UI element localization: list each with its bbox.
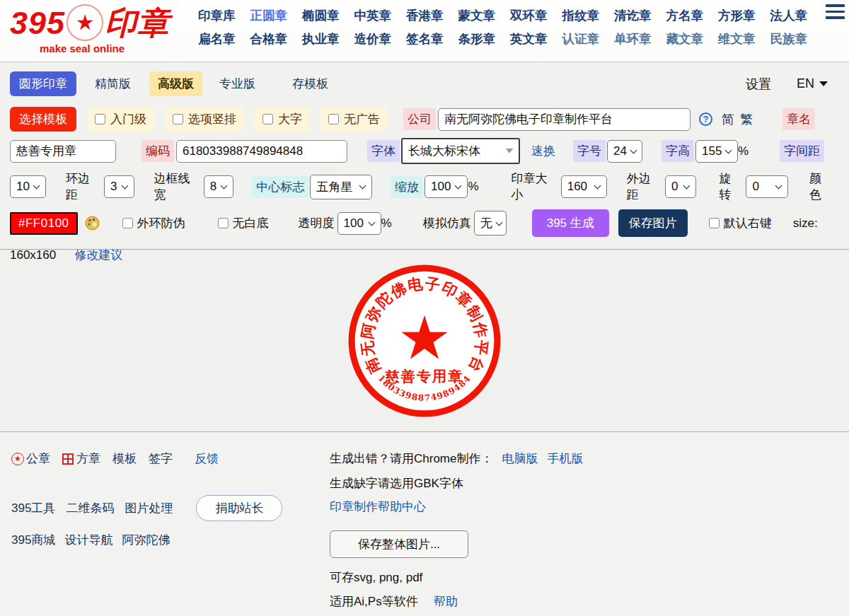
nav-item[interactable]: 方形章: [718, 7, 756, 24]
char-height-select[interactable]: 155: [695, 140, 738, 163]
donate-button[interactable]: 捐助站长: [196, 495, 282, 521]
nav-item[interactable]: 藏文章: [666, 30, 704, 47]
nav-item[interactable]: 指纹章: [562, 7, 600, 24]
company-input[interactable]: [438, 108, 691, 131]
chevron-down-icon: [683, 182, 691, 190]
save-image-button[interactable]: 保存图片: [618, 209, 688, 237]
pc-version-link[interactable]: 电脑版: [502, 451, 538, 467]
nav-item[interactable]: 中英章: [354, 7, 392, 24]
nav-item[interactable]: 香港章: [406, 7, 444, 24]
no-white-bg-checkbox[interactable]: [218, 218, 229, 228]
rotate-select[interactable]: 0: [746, 175, 788, 198]
footer-link-signature[interactable]: 签字: [149, 451, 173, 467]
color-swatch-button[interactable]: #FF0100: [10, 212, 78, 235]
mobile-version-link[interactable]: 手机版: [547, 451, 583, 467]
nav-item[interactable]: 清讫章: [614, 7, 652, 24]
generate-button[interactable]: 395 生成: [532, 209, 609, 237]
chevron-down-icon: [594, 182, 601, 190]
choose-template-button[interactable]: 选择模板: [10, 107, 76, 132]
tab-advanced-version[interactable]: 高级版: [149, 71, 202, 96]
option-beginner[interactable]: 入门级: [87, 107, 154, 131]
char-spacing-label[interactable]: 字间距: [780, 140, 824, 162]
footer-link-tools[interactable]: 395工具: [11, 500, 55, 516]
nav-item[interactable]: 条形章: [458, 30, 496, 47]
option-vertical[interactable]: 选项竖排: [165, 107, 244, 131]
outer-margin-select[interactable]: 0: [665, 175, 696, 198]
seal-image[interactable]: 南无阿弥陀佛电子印章制作平台 慈善专用章 618033988749894848: [342, 259, 507, 423]
footer-link-template[interactable]: 模板: [112, 451, 137, 467]
footer-link-mall[interactable]: 395商城: [11, 532, 55, 548]
nav-item[interactable]: 椭圆章: [302, 7, 340, 24]
nav-column: 正圆章合格章: [250, 7, 288, 47]
noads-checkbox[interactable]: [328, 114, 339, 124]
option-anti-fake[interactable]: 外环防伪: [122, 215, 185, 231]
footer-link-qrcode[interactable]: 二维条码: [66, 500, 114, 516]
logo-word: 印章: [105, 7, 170, 39]
font-select[interactable]: 长城大标宋体: [401, 138, 520, 164]
footer-link-official-seal[interactable]: ★ 公章: [11, 451, 50, 467]
ring-margin-select[interactable]: 3: [104, 175, 134, 198]
option-no-white-bg[interactable]: 无白底: [218, 215, 269, 231]
nav-item[interactable]: 合格章: [250, 30, 288, 47]
nav-item[interactable]: 民族章: [770, 30, 808, 47]
scale-select[interactable]: 100: [424, 175, 468, 198]
code-input[interactable]: [176, 140, 347, 163]
seal-size-select[interactable]: 160: [561, 175, 607, 198]
settings-button[interactable]: 设置: [746, 76, 771, 93]
language-selector[interactable]: EN: [797, 76, 828, 91]
bigfont-checkbox[interactable]: [262, 114, 273, 124]
beginner-checkbox[interactable]: [95, 114, 105, 124]
simplified-toggle[interactable]: 简: [722, 111, 734, 128]
nav-item[interactable]: 印章库: [198, 7, 236, 24]
quick-switch-link[interactable]: 速换: [531, 143, 555, 159]
save-template-link[interactable]: 存模板: [292, 76, 328, 92]
font-size-select[interactable]: 24: [607, 140, 642, 163]
tab-simple-version[interactable]: 精简版: [95, 76, 131, 92]
seal-name-label[interactable]: 章名: [782, 108, 815, 130]
nav-item[interactable]: 方名章: [666, 7, 704, 24]
nav-item[interactable]: 认证章: [562, 30, 600, 47]
footer-link-design-nav[interactable]: 设计导航: [64, 532, 112, 548]
nav-item[interactable]: 签名章: [406, 30, 444, 47]
seal-size-value: 160: [567, 180, 587, 194]
nav-item[interactable]: 维文章: [718, 30, 756, 47]
center-logo-value: 五角星: [316, 179, 352, 195]
nav-item[interactable]: 双环章: [510, 7, 548, 24]
nav-item[interactable]: 造价章: [354, 30, 392, 47]
help-link[interactable]: 帮助: [434, 593, 458, 610]
simulate-select[interactable]: 无: [474, 211, 507, 236]
help-icon[interactable]: ?: [699, 112, 712, 126]
border-width-select[interactable]: 8: [204, 175, 234, 198]
option-bigfont[interactable]: 大字: [255, 107, 310, 131]
nav-item[interactable]: 蒙文章: [458, 7, 496, 24]
nav-item[interactable]: 单环章: [614, 30, 652, 47]
option-noads[interactable]: 无广告: [320, 107, 388, 131]
seal-type-button[interactable]: 圆形印章: [10, 71, 76, 96]
help-center-link[interactable]: 印章制作帮助中心: [330, 499, 426, 515]
suggest-link[interactable]: 修改建议: [74, 247, 122, 263]
footer-link-square-seal[interactable]: 方章: [62, 451, 100, 467]
anti-fake-checkbox[interactable]: [122, 218, 133, 228]
nav-item[interactable]: 扁名章: [198, 30, 236, 47]
save-whole-image-button[interactable]: 保存整体图片...: [330, 530, 468, 558]
center-logo-select[interactable]: 五角星: [310, 175, 372, 199]
footer-link-amitabha[interactable]: 阿弥陀佛: [122, 532, 170, 548]
palette-icon[interactable]: [85, 216, 100, 231]
nav-column: 清讫章单环章: [614, 7, 652, 47]
char-spacing-select[interactable]: 10: [10, 175, 46, 198]
nav-item[interactable]: 英文章: [510, 30, 548, 47]
vertical-checkbox[interactable]: [173, 114, 183, 124]
tab-pro-version[interactable]: 专业版: [219, 76, 255, 92]
hamburger-menu-icon[interactable]: [826, 4, 845, 23]
nav-item[interactable]: 法人章: [770, 7, 808, 24]
traditional-toggle[interactable]: 繁: [740, 111, 753, 128]
nav-item[interactable]: 正圆章: [250, 7, 288, 24]
opacity-select[interactable]: 100: [337, 212, 381, 235]
footer-link-image-processing[interactable]: 图片处理: [125, 500, 173, 516]
option-default-right-click[interactable]: 默认右键: [709, 215, 772, 231]
default-right-click-checkbox[interactable]: [709, 218, 720, 228]
seal-name-input[interactable]: [10, 140, 116, 163]
logo[interactable]: 395 ★ 印章 make seal online: [10, 4, 181, 54]
nav-item[interactable]: 执业章: [302, 30, 340, 47]
feedback-link[interactable]: 反馈: [195, 451, 219, 467]
